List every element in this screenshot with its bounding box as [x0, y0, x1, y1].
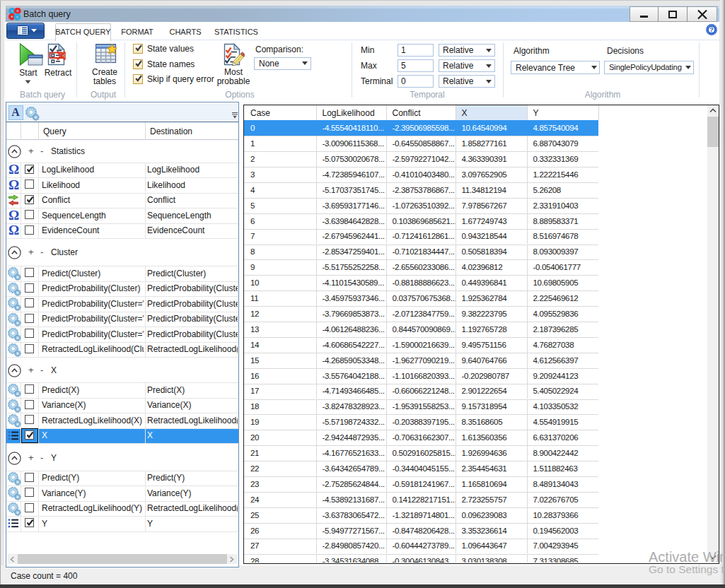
svg-text:?: ?	[709, 25, 714, 33]
